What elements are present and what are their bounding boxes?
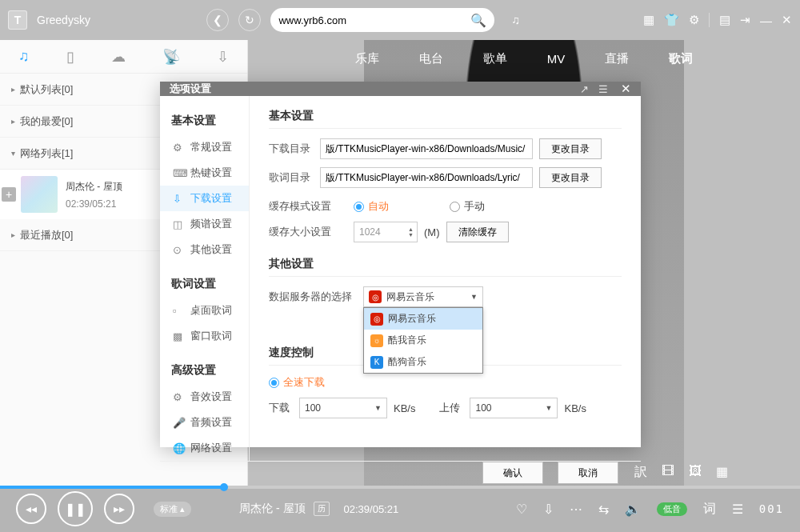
modal-sidenav: 基本设置 ⚙常规设置 ⌨热键设置 ⇩下载设置 ◫频谱设置 ⊙其他设置 歌词设置 … bbox=[160, 96, 250, 461]
compact-icon[interactable]: ⇥ bbox=[740, 13, 750, 27]
nav-playlist[interactable]: 歌单 bbox=[483, 51, 507, 66]
settings-icon[interactable]: ⚙ bbox=[689, 13, 699, 27]
sidenav-desktop-lyric[interactable]: ▫桌面歌词 bbox=[160, 298, 249, 323]
sidenav-window-lyric[interactable]: ▩窗口歌词 bbox=[160, 323, 249, 349]
content-topnav: 乐库 电台 歌单 MV 直播 歌词 bbox=[248, 40, 800, 77]
ul-unit: KB/s bbox=[564, 402, 586, 414]
chevron-right-icon: ▸ bbox=[11, 117, 15, 126]
tab-download-icon[interactable]: ⇩ bbox=[217, 48, 229, 66]
favorite-icon[interactable]: ♡ bbox=[516, 502, 527, 517]
tab-mobile-icon[interactable]: ▯ bbox=[66, 48, 74, 66]
eq-pill[interactable]: 低音 bbox=[657, 502, 687, 516]
history-flag[interactable]: 历 bbox=[314, 502, 330, 516]
bars-icon: ◫ bbox=[173, 218, 185, 230]
nav-live[interactable]: 直播 bbox=[605, 51, 629, 66]
dots-icon: ⊙ bbox=[173, 244, 185, 256]
full-speed-radio[interactable]: 全速下载 bbox=[269, 375, 325, 390]
nav-back-button[interactable]: ❮ bbox=[206, 9, 229, 31]
nav-mv[interactable]: MV bbox=[547, 52, 566, 66]
download-dir-label: 下载目录 bbox=[269, 142, 314, 156]
playlist-icon[interactable]: ☰ bbox=[732, 502, 743, 517]
server-option-kuwo[interactable]: ☼酷我音乐 bbox=[364, 330, 482, 351]
nav-refresh-button[interactable]: ↻ bbox=[238, 9, 261, 31]
sidenav-general[interactable]: ⚙常规设置 bbox=[160, 134, 249, 160]
url-input[interactable] bbox=[278, 14, 470, 26]
chevron-down-icon: ▼ bbox=[470, 293, 478, 301]
time-display: 02:39/05:21 bbox=[344, 503, 399, 515]
identify-button[interactable]: ♫ bbox=[504, 9, 526, 31]
ok-button[interactable]: 确认 bbox=[482, 462, 543, 484]
modal-title: 选项设置 bbox=[170, 82, 570, 96]
cache-mode-auto-radio[interactable]: 自动 bbox=[354, 199, 389, 214]
tab-cloud-icon[interactable]: ☁ bbox=[111, 48, 126, 66]
volume-icon[interactable]: 🔈 bbox=[625, 502, 641, 517]
sidenav-other[interactable]: ⊙其他设置 bbox=[160, 237, 249, 262]
prev-button[interactable]: ◂◂ bbox=[16, 494, 46, 524]
chevron-down-icon: ▼ bbox=[546, 404, 553, 412]
ul-speed-select[interactable]: 100▼ bbox=[470, 398, 558, 418]
sidenav-audio[interactable]: 🎤音频设置 bbox=[160, 410, 249, 435]
film-icon[interactable]: 🎞 bbox=[662, 464, 674, 481]
cache-size-label: 缓存大小设置 bbox=[269, 225, 347, 239]
server-select-label: 数据服务器的选择 bbox=[269, 290, 357, 304]
url-search-bar[interactable]: 🔍 bbox=[270, 8, 494, 32]
server-option-kugou[interactable]: K酷狗音乐 bbox=[364, 351, 482, 373]
tab-music-icon[interactable]: ♫ bbox=[18, 48, 30, 65]
quality-badge[interactable]: 标准 ▴ bbox=[154, 502, 191, 517]
sidenav-audio-effect[interactable]: ⚙音效设置 bbox=[160, 384, 249, 410]
picture-icon[interactable]: 🖼 bbox=[689, 464, 702, 481]
wallpaper-icon[interactable]: ▦ bbox=[716, 464, 728, 481]
cancel-button[interactable]: 取消 bbox=[558, 462, 618, 484]
sidenav-hotkey[interactable]: ⌨热键设置 bbox=[160, 160, 249, 186]
sidenav-spectrum[interactable]: ◫频谱设置 bbox=[160, 211, 249, 237]
modal-footer: 确认 取消 bbox=[160, 461, 641, 484]
player-bar: ◂◂ ❚❚ ▸▸ 标准 ▴ 周杰伦 - 屋顶 历 02:39/05:21 ♡ ⇩… bbox=[0, 486, 800, 532]
popout-icon[interactable]: ↗ bbox=[580, 83, 589, 95]
sidenav-download[interactable]: ⇩下载设置 bbox=[160, 186, 249, 211]
modal-close-button[interactable]: ✕ bbox=[621, 82, 631, 96]
dl-unit: KB/s bbox=[394, 402, 415, 414]
menu-icon[interactable]: ☰ bbox=[598, 83, 608, 95]
content-toolbar: 訳 🎞 🖼 ▦ bbox=[634, 464, 728, 481]
play-pause-button[interactable]: ❚❚ bbox=[58, 491, 93, 526]
lyric-dir-input[interactable] bbox=[320, 167, 533, 188]
mini-icon[interactable]: ▤ bbox=[719, 13, 730, 27]
download-dir-input[interactable] bbox=[320, 138, 533, 159]
change-download-dir-button[interactable]: 更改目录 bbox=[539, 138, 602, 159]
chevron-right-icon: ▸ bbox=[11, 85, 15, 94]
skin-icon[interactable]: 👕 bbox=[664, 13, 679, 27]
close-button[interactable]: ✕ bbox=[782, 13, 792, 27]
server-option-netease[interactable]: ◎网易云音乐 bbox=[364, 308, 482, 330]
cache-mode-manual-radio[interactable]: 手动 bbox=[450, 199, 485, 214]
shuffle-icon[interactable]: ⇆ bbox=[598, 502, 609, 517]
clear-cache-button[interactable]: 清除缓存 bbox=[446, 222, 509, 242]
chevron-down-icon: ▼ bbox=[374, 404, 382, 412]
minimize-button[interactable]: — bbox=[760, 14, 772, 27]
next-button[interactable]: ▸▸ bbox=[104, 494, 134, 524]
keyboard-icon: ⌨ bbox=[173, 167, 185, 179]
sidebar-cat-label: 默认列表[0] bbox=[20, 82, 73, 97]
apps-icon[interactable]: ▦ bbox=[643, 13, 654, 27]
nav-library[interactable]: 乐库 bbox=[355, 51, 379, 66]
monitor-icon: ▫ bbox=[173, 305, 185, 317]
sidebar-tabs: ♫ ▯ ☁ 📡 ⇩ bbox=[0, 40, 247, 74]
app-title: Greedysky bbox=[37, 14, 90, 26]
dl-speed-select[interactable]: 100▼ bbox=[299, 398, 387, 418]
sidebar-cat-label: 网络列表[1] bbox=[20, 146, 73, 161]
sidenav-network[interactable]: 🌐网络设置 bbox=[160, 435, 249, 461]
progress-bar[interactable] bbox=[0, 486, 800, 489]
cache-size-spinner[interactable]: 1024▲▼ bbox=[354, 222, 418, 242]
download-icon[interactable]: ⇩ bbox=[543, 502, 554, 517]
change-lyric-dir-button[interactable]: 更改目录 bbox=[539, 167, 602, 188]
sliders-icon: ⚙ bbox=[173, 391, 185, 403]
add-track-button[interactable]: + bbox=[2, 187, 16, 202]
lyric-toggle[interactable]: 词 bbox=[703, 501, 716, 518]
nav-lyric[interactable]: 歌词 bbox=[669, 51, 693, 66]
server-select[interactable]: ◎ 网易云音乐 ▼ bbox=[363, 286, 483, 307]
search-icon[interactable]: 🔍 bbox=[470, 13, 486, 28]
app-logo: T bbox=[8, 10, 27, 30]
more-icon[interactable]: ⋯ bbox=[570, 502, 582, 517]
tab-radio-icon[interactable]: 📡 bbox=[162, 48, 180, 66]
section-basic-heading: 基本设置 bbox=[269, 109, 622, 129]
nav-radio[interactable]: 电台 bbox=[419, 51, 443, 66]
